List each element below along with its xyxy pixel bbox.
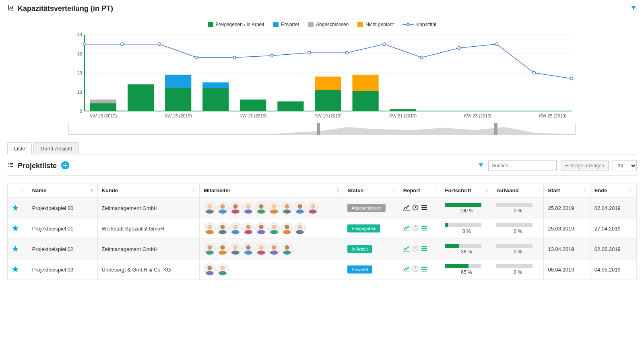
col-kunde[interactable]: Kunde↑↓ [97, 183, 200, 198]
favorite-toggle[interactable] [8, 259, 28, 280]
table-row[interactable]: Projektbeispiel 01Werkstatt Spezialist G… [8, 218, 637, 239]
cell-report [399, 239, 441, 259]
status-badge: Erwartet [347, 265, 372, 274]
avatar[interactable] [268, 202, 280, 214]
report-clock-icon[interactable] [412, 266, 419, 274]
cell-name: Projektbeispiel 02 [28, 239, 97, 259]
col-status[interactable]: Status↑↓ [343, 183, 399, 198]
avatar[interactable] [242, 222, 254, 234]
svg-point-38 [196, 56, 198, 59]
avatar[interactable] [255, 222, 267, 234]
avatar[interactable] [281, 222, 293, 234]
tab-gantt[interactable]: Gantt-Ansicht [33, 142, 79, 154]
avatar[interactable] [281, 202, 293, 214]
svg-rect-115 [421, 267, 427, 268]
report-list-icon[interactable] [421, 245, 427, 253]
svg-point-105 [285, 245, 289, 250]
table-row[interactable]: Projektbeispiel 02Zeitmanagement GmbH [8, 239, 637, 259]
col-mitarbeiter[interactable]: Mitarbeiter↑↓ [200, 183, 343, 198]
svg-rect-107 [421, 246, 427, 247]
legend-released[interactable]: Freigegeben / in Arbeit [208, 22, 264, 27]
avatar[interactable] [307, 202, 319, 214]
filter-icon[interactable] [630, 5, 637, 12]
cell-aufwand: 0 % [492, 259, 544, 280]
avatar[interactable] [294, 202, 306, 214]
svg-rect-69 [421, 205, 427, 206]
report-clock-icon[interactable] [412, 225, 419, 232]
report-chart-icon[interactable] [403, 225, 410, 232]
brush-handle-right[interactable] [494, 123, 497, 135]
avatar[interactable] [204, 202, 216, 214]
report-clock-icon[interactable] [412, 245, 419, 253]
brush-handle-left[interactable] [317, 123, 320, 135]
avatar[interactable] [204, 222, 216, 234]
svg-rect-19 [202, 82, 229, 88]
avatar[interactable] [268, 243, 280, 255]
capacity-chart[interactable]: 010203040KW 13 (2019)KW 15 (2019)KW 17 (… [68, 31, 576, 123]
avatar[interactable] [204, 243, 216, 255]
cell-report [399, 259, 441, 280]
tab-list[interactable]: Liste [7, 142, 32, 154]
swatch-icon [208, 22, 213, 27]
svg-point-57 [246, 204, 251, 209]
col-ende[interactable]: Ende↑↓ [590, 183, 636, 198]
search-input[interactable] [488, 160, 557, 171]
legend-expected[interactable]: Erwartet [273, 22, 299, 27]
table-row[interactable]: Projektbeispiel 00Zeitmanagement GmbH [8, 198, 637, 218]
avatar[interactable] [242, 202, 254, 214]
col-name[interactable]: Name↓↑ [28, 183, 97, 198]
report-list-icon[interactable] [421, 225, 427, 232]
report-chart-icon[interactable] [403, 245, 410, 253]
table-row[interactable]: Projektbeispiel 03Unbesorgt & GmbH & Co.… [8, 259, 637, 280]
avatar[interactable] [294, 222, 306, 234]
chart-range-brush[interactable] [68, 123, 576, 135]
avatar[interactable] [217, 222, 229, 234]
col-star[interactable]: ↑↓ [8, 183, 28, 198]
avatar[interactable] [217, 263, 229, 276]
avatar[interactable] [229, 222, 242, 234]
swatch-icon [308, 22, 314, 27]
report-chart-icon[interactable] [403, 204, 410, 212]
favorite-toggle[interactable] [8, 198, 28, 218]
avatar[interactable] [204, 263, 216, 276]
progress-bar [445, 244, 481, 248]
col-fortschritt[interactable]: Fortschritt↑↓ [441, 183, 492, 198]
avatar[interactable] [255, 243, 267, 255]
legend-done[interactable]: Abgeschlossen [308, 22, 349, 27]
avatar[interactable] [217, 243, 229, 255]
line-sample-icon [402, 23, 414, 27]
report-list-icon[interactable] [421, 266, 427, 274]
cell-kunde: Zeitmanagement GmbH [97, 239, 200, 259]
col-report[interactable]: Report↑↓ [399, 183, 441, 198]
svg-rect-21 [277, 101, 303, 111]
projectlist-filter-icon[interactable] [478, 162, 484, 170]
favorite-toggle[interactable] [8, 218, 28, 239]
col-aufwand[interactable]: Aufwand↑↓ [492, 183, 544, 198]
svg-rect-23 [315, 77, 341, 90]
favorite-toggle[interactable] [8, 239, 28, 259]
cell-kunde: Unbesorgt & GmbH & Co. KG [97, 259, 200, 280]
col-start[interactable]: Start↑↓ [544, 183, 590, 198]
avatar[interactable] [229, 202, 242, 214]
svg-text:30: 30 [77, 51, 82, 56]
avatar[interactable] [242, 243, 254, 255]
avatar[interactable] [255, 202, 267, 214]
avatar[interactable] [217, 202, 229, 214]
entries-select[interactable]: 10 [613, 160, 637, 171]
legend-capacity[interactable]: Kapazität [402, 22, 436, 27]
svg-point-43 [383, 43, 386, 45]
chart-legend: Freigegeben / in Arbeit Erwartet Abgesch… [7, 16, 637, 31]
report-chart-icon[interactable] [403, 266, 410, 274]
progress-bar [445, 264, 481, 268]
cell-fortschritt: 38 % [441, 239, 492, 259]
cell-status: Abgeschlossen [343, 198, 399, 218]
legend-unplanned[interactable]: Nicht geplant [357, 22, 394, 27]
svg-point-93 [208, 245, 212, 250]
svg-point-1 [407, 23, 409, 26]
avatar[interactable] [268, 222, 280, 234]
avatar[interactable] [281, 243, 293, 255]
report-list-icon[interactable] [421, 204, 427, 212]
avatar[interactable] [229, 243, 242, 255]
report-clock-icon[interactable] [412, 204, 419, 212]
add-project-button[interactable] [61, 161, 70, 171]
